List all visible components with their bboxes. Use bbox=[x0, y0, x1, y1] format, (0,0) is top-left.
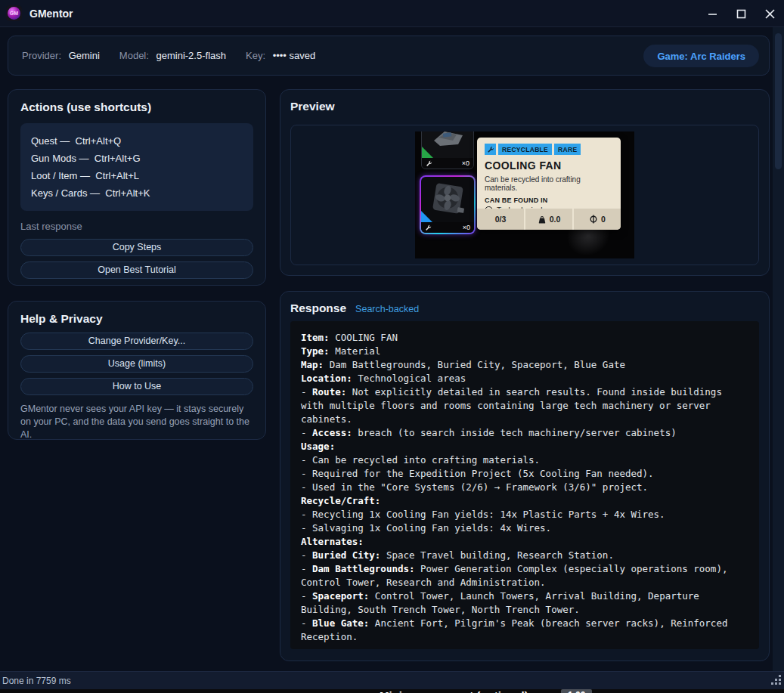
rarity-corner-green bbox=[422, 147, 433, 158]
how-to-use-button[interactable]: How to Use bbox=[20, 378, 253, 395]
copy-steps-button[interactable]: Copy Steps bbox=[20, 239, 253, 256]
resize-grip-icon[interactable] bbox=[770, 675, 782, 687]
shortcut-loot-item: Loot / Item — Ctrl+Alt+L bbox=[31, 167, 243, 184]
scrollbar-thumb[interactable] bbox=[775, 33, 782, 169]
item-tooltip: RECYCLABLE RARE COOLING FAN Can be recyc… bbox=[477, 138, 621, 230]
shortcut-list: Quest — Ctrl+Alt+Q Gun Mods — Ctrl+Alt+G… bbox=[20, 123, 253, 211]
close-icon bbox=[765, 9, 775, 19]
weight-icon bbox=[538, 215, 547, 224]
tooltip-badges: RECYCLABLE RARE bbox=[485, 144, 613, 155]
game-selector-button[interactable]: Game: Arc Raiders bbox=[643, 45, 759, 67]
background-window-strip: Minimum amount (optional) 1.00 bbox=[0, 689, 784, 693]
badge-recyclable: RECYCLABLE bbox=[498, 144, 552, 155]
game-screenshot: ×0 bbox=[415, 131, 634, 258]
tooltip-stats-bar: 0/3 0.0 bbox=[477, 209, 621, 230]
inventory-tile-2-selected: ×0 bbox=[420, 175, 476, 234]
actions-panel-title: Actions (use shortcuts) bbox=[20, 101, 253, 114]
search-backed-badge: Search-backed bbox=[355, 304, 419, 315]
provider-value: Gemini bbox=[69, 50, 100, 61]
status-text: Done in 7759 ms bbox=[2, 676, 71, 686]
model-value: gemini-2.5-flash bbox=[156, 50, 227, 61]
provider-bar: Provider: Gemini Model: gemini-2.5-flash… bbox=[8, 36, 770, 76]
minimize-icon bbox=[708, 9, 717, 19]
provider-label: Provider: bbox=[22, 50, 61, 61]
help-privacy-panel: Help & Privacy Change Provider/Key... Us… bbox=[8, 301, 266, 440]
key-label: Key: bbox=[246, 50, 265, 61]
change-provider-key-button[interactable]: Change Provider/Key... bbox=[20, 333, 253, 350]
recyclable-chip bbox=[485, 144, 496, 155]
app-logo-icon: GM bbox=[6, 5, 22, 21]
tile-count: ×0 bbox=[462, 159, 469, 167]
rarity-corner-blue bbox=[421, 211, 432, 222]
model-label: Model: bbox=[119, 50, 149, 61]
wrench-icon bbox=[426, 160, 432, 167]
background-window-label: Minimum amount (optional) bbox=[380, 689, 528, 693]
response-panel: Response Search-backed Item: COOLING FAN… bbox=[280, 291, 770, 661]
last-response-label: Last response bbox=[20, 221, 253, 232]
stat-currency: 0 bbox=[572, 209, 621, 230]
titlebar: GM GMentor bbox=[0, 0, 784, 27]
badge-rare: RARE bbox=[554, 144, 581, 155]
app-window: GM GMentor Provider: Gemini Model: gemin… bbox=[0, 0, 784, 693]
usage-limits-button[interactable]: Usage (limits) bbox=[20, 355, 253, 373]
shortcut-gun-mods: Gun Mods — Ctrl+Alt+G bbox=[31, 150, 243, 167]
inventory-tile-1: ×0 bbox=[421, 131, 474, 169]
tooltip-item-name: COOLING FAN bbox=[485, 159, 613, 172]
wrench-icon bbox=[487, 146, 494, 153]
minimize-button[interactable] bbox=[701, 4, 724, 23]
shortcut-keys-cards: Keys / Cards — Ctrl+Alt+K bbox=[31, 184, 243, 202]
wrench-icon bbox=[425, 224, 432, 231]
shortcut-quest: Quest — Ctrl+Alt+Q bbox=[31, 132, 243, 150]
help-panel-title: Help & Privacy bbox=[20, 312, 253, 326]
tile-count-bar: ×0 bbox=[422, 158, 473, 169]
response-text: Item: COOLING FANType: MaterialMap: Dam … bbox=[301, 331, 748, 644]
response-panel-title: Response bbox=[290, 302, 346, 315]
window-controls bbox=[701, 0, 781, 27]
scrollbar-track[interactable] bbox=[773, 27, 784, 671]
app-title: GMentor bbox=[29, 8, 73, 20]
maximize-button[interactable] bbox=[730, 4, 752, 23]
stat-weight: 0.0 bbox=[524, 209, 572, 230]
maximize-icon bbox=[736, 9, 746, 19]
stat-count: 0/3 bbox=[477, 209, 524, 230]
actions-panel: Actions (use shortcuts) Quest — Ctrl+Alt… bbox=[8, 89, 266, 286]
open-best-tutorial-button[interactable]: Open Best Tutorial bbox=[20, 261, 253, 279]
key-value: •••• saved bbox=[273, 50, 316, 61]
preview-panel: Preview ×0 bbox=[280, 89, 770, 276]
tile-count: ×0 bbox=[463, 224, 470, 231]
response-text-area[interactable]: Item: COOLING FANType: MaterialMap: Dam … bbox=[290, 321, 759, 649]
tooltip-found-in-label: CAN BE FOUND IN bbox=[485, 196, 613, 204]
tooltip-description: Can be recycled into crafting materials. bbox=[485, 175, 613, 192]
coin-icon bbox=[589, 215, 598, 224]
preview-panel-title: Preview bbox=[290, 100, 759, 113]
tile-count-bar: ×0 bbox=[421, 222, 474, 233]
close-button[interactable] bbox=[758, 4, 781, 23]
preview-frame: ×0 bbox=[290, 125, 759, 265]
background-window-badge: 1.00 bbox=[561, 689, 592, 693]
privacy-note: GMentor never sees your API key — it sta… bbox=[20, 403, 253, 441]
status-bar: Done in 7759 ms bbox=[0, 671, 784, 689]
